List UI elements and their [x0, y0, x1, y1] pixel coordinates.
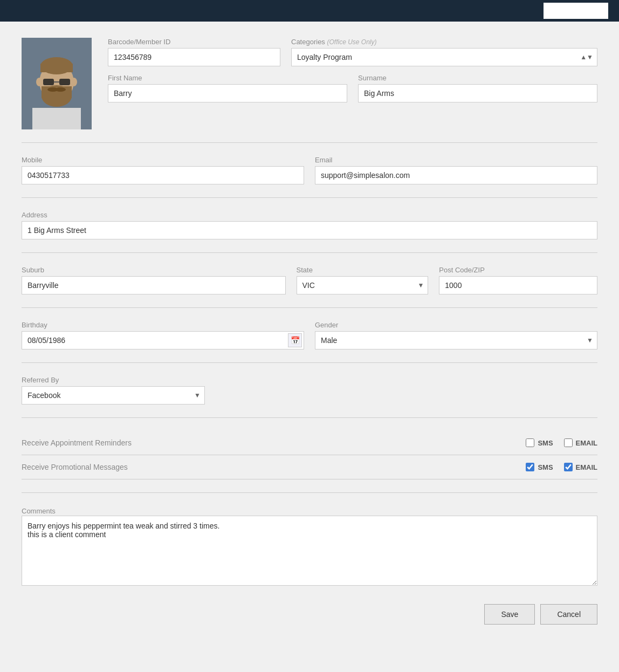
referred-by-field-group: Referred By Facebook Google Instagram Fr… [22, 376, 205, 404]
categories-label: Categories (Office Use Only) [291, 38, 597, 46]
barcode-label: Barcode/Member ID [108, 38, 280, 46]
reminders-sms-label: SMS [538, 439, 553, 447]
promotional-messages-row: Receive Promotional Messages SMS EMAIL [22, 455, 597, 479]
id-categories-row: Barcode/Member ID Categories (Office Use… [108, 38, 597, 66]
surname-label: Surname [358, 74, 597, 82]
categories-field-group: Categories (Office Use Only) Loyalty Pro… [291, 38, 597, 66]
referred-by-select-wrapper: Facebook Google Instagram Friend Walk-in… [22, 386, 205, 404]
email-field-group: Email [315, 156, 597, 184]
birthday-gender-row: Birthday 📅 Gender Male Female Other Pref… [22, 321, 597, 349]
suburb-field-group: Suburb [22, 266, 286, 294]
top-bar-box [544, 3, 608, 19]
avatar [22, 38, 92, 129]
postcode-label: Post Code/ZIP [439, 266, 597, 274]
birthday-field-group: Birthday 📅 [22, 321, 304, 349]
suburb-label: Suburb [22, 266, 286, 274]
reminders-sms-checkbox[interactable] [526, 438, 534, 447]
promotional-email-checkbox[interactable] [564, 463, 573, 471]
comments-textarea[interactable]: Barry enjoys his peppermint tea weak and… [22, 516, 597, 586]
profile-section: Barcode/Member ID Categories (Office Use… [22, 38, 597, 129]
state-select[interactable]: VIC NSW QLD SA WA TAS NT ACT [297, 276, 429, 294]
birthday-wrapper: 📅 [22, 331, 304, 349]
svg-rect-2 [32, 108, 81, 129]
reminders-email-checkbox[interactable] [564, 438, 573, 447]
appointment-reminders-label: Receive Appointment Reminders [22, 438, 515, 447]
surname-input[interactable] [358, 84, 597, 102]
mobile-field-group: Mobile [22, 156, 304, 184]
divider-4 [22, 307, 597, 308]
promotional-email-label: EMAIL [576, 463, 597, 471]
surname-field-group: Surname [358, 74, 597, 102]
name-row: First Name Surname [108, 74, 597, 102]
categories-select[interactable]: Loyalty Program [291, 48, 597, 66]
birthday-input[interactable] [22, 331, 304, 349]
barcode-field-group: Barcode/Member ID [108, 38, 280, 66]
svg-point-14 [36, 78, 43, 86]
state-select-wrapper: VIC NSW QLD SA WA TAS NT ACT ▼ [297, 276, 429, 294]
promotional-sms-label: SMS [538, 463, 553, 471]
suburb-input[interactable] [22, 276, 286, 294]
appointment-reminders-row: Receive Appointment Reminders SMS EMAIL [22, 431, 597, 455]
mobile-input[interactable] [22, 166, 304, 184]
gender-label: Gender [315, 321, 597, 329]
postcode-field-group: Post Code/ZIP [439, 266, 597, 294]
divider-1 [22, 142, 597, 143]
suburb-state-postcode-row: Suburb State VIC NSW QLD SA WA TAS NT AC… [22, 266, 597, 294]
profile-fields: Barcode/Member ID Categories (Office Use… [108, 38, 597, 102]
birthday-label: Birthday [22, 321, 304, 329]
svg-point-15 [71, 78, 77, 86]
postcode-input[interactable] [439, 276, 597, 294]
svg-rect-10 [59, 79, 70, 85]
divider-5 [22, 362, 597, 363]
gender-select-wrapper: Male Female Other Prefer not to say ▼ [315, 331, 597, 349]
reminders-email-group: EMAIL [564, 438, 597, 447]
gender-field-group: Gender Male Female Other Prefer not to s… [315, 321, 597, 349]
address-field-group: Address [22, 211, 597, 239]
contact-row: Mobile Email [22, 156, 597, 184]
categories-select-wrapper: Loyalty Program ▲▼ [291, 48, 597, 66]
promotional-sms-group: SMS [526, 463, 553, 471]
first-name-input[interactable] [108, 84, 347, 102]
referred-by-select[interactable]: Facebook Google Instagram Friend Walk-in… [22, 386, 205, 404]
divider-6 [22, 417, 597, 418]
divider-2 [22, 197, 597, 198]
calendar-icon[interactable]: 📅 [288, 333, 302, 347]
svg-rect-9 [43, 79, 54, 85]
mobile-label: Mobile [22, 156, 304, 164]
gender-select[interactable]: Male Female Other Prefer not to say [315, 331, 597, 349]
address-input[interactable] [22, 221, 597, 239]
button-row: Save Cancel [22, 604, 597, 625]
comments-section: Comments Barry enjoys his peppermint tea… [22, 506, 597, 588]
promotional-messages-label: Receive Promotional Messages [22, 463, 515, 471]
address-label: Address [22, 211, 597, 219]
email-label: Email [315, 156, 597, 164]
state-field-group: State VIC NSW QLD SA WA TAS NT ACT ▼ [297, 266, 429, 294]
referred-by-label: Referred By [22, 376, 205, 384]
email-input[interactable] [315, 166, 597, 184]
reminders-email-label: EMAIL [576, 439, 597, 447]
state-label: State [297, 266, 429, 274]
divider-3 [22, 252, 597, 253]
cancel-button[interactable]: Cancel [540, 604, 597, 625]
promotional-sms-checkbox[interactable] [526, 463, 534, 471]
divider-7 [22, 492, 597, 493]
first-name-field-group: First Name [108, 74, 347, 102]
comments-label: Comments [22, 507, 56, 515]
main-container: Barcode/Member ID Categories (Office Use… [0, 22, 619, 672]
save-button[interactable]: Save [484, 604, 535, 625]
top-navigation-bar [0, 0, 619, 22]
reminders-sms-group: SMS [526, 438, 553, 447]
barcode-input[interactable] [108, 48, 280, 66]
first-name-label: First Name [108, 74, 347, 82]
svg-rect-6 [40, 64, 73, 72]
promotional-email-group: EMAIL [564, 463, 597, 471]
svg-point-13 [55, 87, 66, 92]
